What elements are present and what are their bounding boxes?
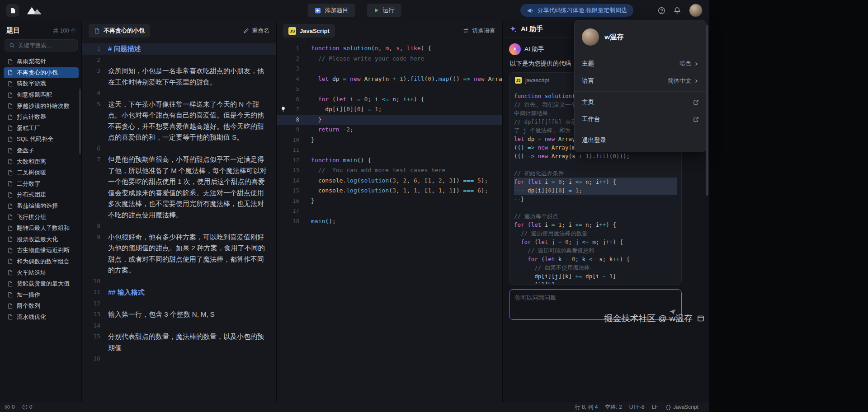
sidebar-item[interactable]: 两个数列 bbox=[4, 300, 79, 312]
cursor-position[interactable]: 行 8, 列 4 bbox=[575, 403, 598, 411]
eol-setting[interactable]: LF bbox=[652, 404, 658, 410]
sidebar-item[interactable]: 分布式团建 bbox=[4, 189, 79, 201]
rename-button[interactable]: 重命名 bbox=[243, 27, 269, 35]
sidebar-item[interactable]: 暴雨梨花针 bbox=[4, 56, 79, 67]
sidebar-item[interactable]: 飞行棋分组 bbox=[4, 211, 79, 223]
problem-line: 14 bbox=[82, 320, 276, 332]
code-line[interactable]: 14 console.log(solution(3, 2, 6, [1, 2, … bbox=[277, 176, 502, 186]
line-number: 10 bbox=[277, 135, 299, 145]
menu-item-workspace[interactable]: 工作台 bbox=[575, 111, 706, 128]
encoding-setting[interactable]: UTF-8 bbox=[629, 404, 645, 410]
code-line[interactable]: 17 bbox=[277, 206, 502, 216]
sidebar-item[interactable]: 和为偶数的数字组合 bbox=[4, 256, 79, 267]
quickfix-bulb-icon[interactable] bbox=[280, 106, 286, 112]
help-button[interactable] bbox=[658, 7, 665, 14]
code-line[interactable]: 18main(); bbox=[277, 216, 502, 227]
sidebar-item[interactable]: 创意标题匹配 bbox=[4, 89, 79, 101]
problem-list: 暴雨梨花针不再贪心的小包猜数字游戏创意标题匹配穿越沙漠的补给次数打点计数器蛋糕工… bbox=[4, 56, 79, 323]
code-line[interactable]: 12function main() { bbox=[277, 155, 502, 166]
sidebar-item-label: 股票收益最大化 bbox=[17, 235, 58, 243]
menu-item-language[interactable]: 语言 简体中文 bbox=[575, 72, 706, 89]
sidebar-item[interactable]: 二分数字 bbox=[4, 178, 79, 190]
code-line[interactable]: 4 let dp = new Array(n + 1).fill(0).map(… bbox=[277, 74, 502, 84]
sidebar-item[interactable]: 二叉树保暖 bbox=[4, 167, 79, 178]
problem-line: 15分别代表甜点的数量，魔法棒的数量，以及小包的预期值 bbox=[82, 331, 276, 353]
notifications-button[interactable] bbox=[674, 7, 681, 14]
code-line[interactable]: 11 bbox=[277, 145, 502, 155]
code-line[interactable]: 16} bbox=[277, 196, 502, 206]
user-avatar[interactable] bbox=[689, 4, 703, 17]
file-icon bbox=[7, 292, 13, 298]
sidebar-item[interactable]: 火车站选址 bbox=[4, 267, 79, 278]
sidebar-item[interactable]: 蛋糕工厂 bbox=[4, 123, 79, 134]
sidebar-item[interactable]: 股票收益最大化 bbox=[4, 234, 79, 245]
sidebar-item[interactable]: 大数和距离 bbox=[4, 156, 79, 167]
code-line[interactable]: 1function solution(n, m, s, like) { bbox=[277, 43, 502, 54]
code-line[interactable]: 5 bbox=[277, 84, 502, 94]
topbar: 添加题目 运行 分享代码练习体验,领限量定制周边 bbox=[0, 0, 709, 21]
ai-code-line: for (let i = 1; i <= n; i++) { bbox=[514, 220, 677, 229]
ai-code-line: // 遍历使用魔法棒的数量 bbox=[514, 229, 677, 238]
app-window: 添加题目 运行 分享代码练习体验,领限量定制周边 题目 bbox=[0, 0, 709, 412]
scrollbar[interactable] bbox=[706, 25, 708, 196]
switch-language-label: 切换语言 bbox=[472, 27, 495, 35]
sidebar-item[interactable]: 翻转后最大子数组和 bbox=[4, 223, 79, 234]
error-circle-icon bbox=[5, 404, 10, 410]
sidebar-scrollbar[interactable] bbox=[79, 89, 81, 154]
search-input[interactable] bbox=[18, 42, 73, 49]
add-problem-button[interactable]: 添加题目 bbox=[308, 4, 355, 17]
sidebar-item[interactable]: 番茄编辑的选择 bbox=[4, 201, 79, 212]
code-line[interactable]: 6 for (let i = 0; i <= n; i++) { bbox=[277, 94, 502, 105]
menu-item-theme[interactable]: 主题 暗色 bbox=[575, 55, 706, 72]
sidebar-item[interactable]: 不再贪心的小包 bbox=[4, 67, 79, 79]
sidebar-item[interactable]: 古生物血缘远近判断 bbox=[4, 245, 79, 256]
switch-language-button[interactable]: 切换语言 bbox=[463, 27, 495, 35]
code-line[interactable]: 9 return -2; bbox=[277, 125, 502, 135]
divider bbox=[575, 53, 706, 53]
ai-agent-name: AI 助手 bbox=[524, 45, 544, 53]
file-icon bbox=[7, 281, 13, 287]
sidebar-item[interactable]: 叠盘子 bbox=[4, 145, 79, 156]
file-icon bbox=[7, 192, 13, 198]
sidebar-item[interactable]: SQL 代码补全 bbox=[4, 134, 79, 145]
search-box[interactable] bbox=[5, 39, 78, 52]
external-link-icon bbox=[693, 117, 699, 122]
indentation-setting[interactable]: 空格: 2 bbox=[605, 403, 622, 411]
ai-code-line: [j][k] bbox=[514, 281, 677, 285]
code-line[interactable]: 8 } bbox=[277, 115, 502, 125]
file-icon bbox=[7, 136, 13, 142]
language-label: JavaScript bbox=[300, 28, 330, 34]
run-button[interactable]: 运行 bbox=[367, 4, 401, 17]
sidebar-item[interactable]: 猜数字游戏 bbox=[4, 78, 79, 89]
problem-line: 1# 问题描述 bbox=[82, 43, 276, 55]
sidebar-item[interactable]: 打点计数器 bbox=[4, 112, 79, 123]
menu-item-home[interactable]: 主页 bbox=[575, 94, 706, 111]
share-banner-button[interactable]: 分享代码练习体验,领限量定制周边 bbox=[520, 4, 633, 17]
sidebar-item[interactable]: 加一操作 bbox=[4, 289, 79, 300]
code-line[interactable]: 3 bbox=[277, 64, 502, 74]
warnings-indicator[interactable]: 0 bbox=[22, 404, 33, 410]
chevron-right-icon bbox=[694, 79, 699, 84]
code-line[interactable]: 13 // You can add more test cases here bbox=[277, 165, 502, 176]
errors-indicator[interactable]: 0 bbox=[5, 404, 15, 410]
code-line[interactable]: 15 console.log(solution(3, 1, 1, [1, 1, … bbox=[277, 186, 502, 196]
user-dropdown-menu: w温存 主题 暗色 语言 简体中文 主页 工作台 退出登录 bbox=[574, 20, 707, 152]
code-lines[interactable]: 1function solution(n, m, s, like) {2 // … bbox=[277, 41, 502, 226]
sidebar-item[interactable]: 货船载货量的最大值 bbox=[4, 278, 79, 290]
js-badge-icon: JS bbox=[288, 27, 296, 35]
code-line[interactable]: 10} bbox=[277, 135, 502, 145]
language-mode[interactable]: {}JavaScript bbox=[665, 404, 698, 410]
sidebar-item[interactable]: 流水线优化 bbox=[4, 312, 79, 323]
app-logo[interactable] bbox=[6, 4, 19, 17]
code-line[interactable]: 7 dp[i][0][0] = 1; bbox=[277, 104, 502, 115]
mountain-logo[interactable] bbox=[26, 5, 44, 15]
file-icon bbox=[7, 114, 13, 120]
language-tab[interactable]: JS JavaScript bbox=[283, 24, 335, 37]
menu-item-logout[interactable]: 退出登录 bbox=[575, 132, 706, 149]
sidebar-title: 题目 bbox=[6, 26, 20, 35]
file-icon bbox=[7, 148, 13, 154]
braces-icon: {} bbox=[665, 404, 671, 410]
code-line[interactable]: 2 // Please write your code here bbox=[277, 54, 502, 64]
sidebar-item[interactable]: 穿越沙漠的补给次数 bbox=[4, 100, 79, 112]
problem-title-tab[interactable]: 不再贪心的小包 bbox=[89, 24, 150, 37]
